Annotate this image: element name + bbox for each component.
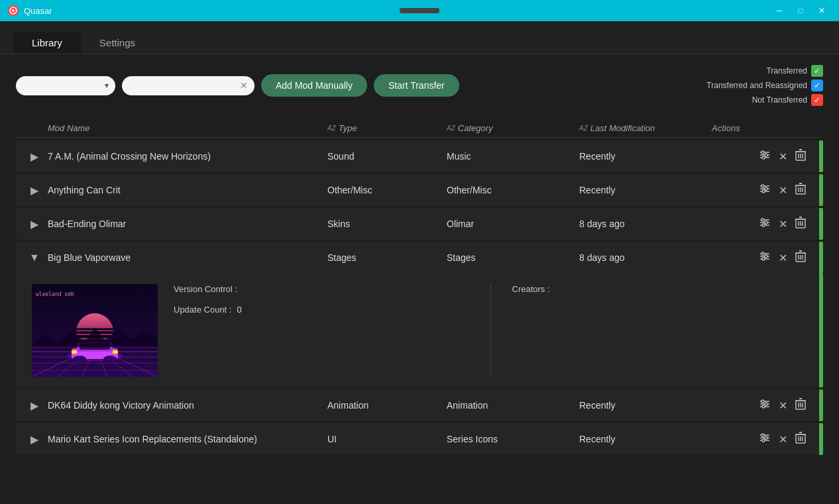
svg-point-71 xyxy=(73,356,86,362)
svg-point-42 xyxy=(765,255,767,258)
app-title: Quasar xyxy=(24,6,52,16)
settings-action-button[interactable] xyxy=(757,397,772,414)
maximize-button[interactable]: □ xyxy=(791,4,810,17)
row-expand-button[interactable]: ▶ xyxy=(21,150,48,163)
table-row: ▶ Anything Can Crit Other/Misc Other/Mis… xyxy=(16,174,823,206)
settings-action-button[interactable] xyxy=(757,148,772,165)
mod-thumbnail-image: wleeland smh xyxy=(32,284,158,377)
titlebar: Quasar ─ □ ✕ xyxy=(0,0,839,21)
legend-reassigned-check: ✓ xyxy=(811,79,823,91)
close-action-button[interactable]: ✕ xyxy=(777,250,789,266)
close-button[interactable]: ✕ xyxy=(812,4,831,17)
row-expand-button[interactable]: ▶ xyxy=(21,184,48,197)
row-expand-button[interactable]: ▶ xyxy=(21,399,48,412)
legend-not-transferred-label: Not Transferred xyxy=(752,95,807,105)
search-input[interactable] xyxy=(122,76,254,95)
delete-action-button[interactable] xyxy=(794,249,807,266)
row-category: Series Icons xyxy=(447,434,579,444)
delete-action-button[interactable] xyxy=(794,430,807,448)
svg-point-93 xyxy=(765,436,767,439)
legend-transferred-label: Transferred xyxy=(766,66,807,76)
close-action-button[interactable]: ✕ xyxy=(777,432,789,447)
legend-transferred-check: ✓ xyxy=(811,65,823,77)
settings-action-button[interactable] xyxy=(757,181,772,199)
svg-point-31 xyxy=(762,224,765,227)
delete-action-button[interactable] xyxy=(794,181,807,199)
svg-point-5 xyxy=(761,151,764,154)
table-header: Mod Name AZ Type AZ Category AZ Last Mod… xyxy=(16,119,823,138)
row-actions: ✕ xyxy=(712,148,818,165)
creators-label: Creators : xyxy=(512,284,808,294)
detail-divider xyxy=(490,284,491,377)
row-expand-button[interactable]: ▶ xyxy=(21,433,48,446)
row-actions: ✕ xyxy=(712,430,818,448)
table-row: ▶ Bad-Ending Olimar Skins Olimar 8 days … xyxy=(16,208,823,240)
transfer-legend: Transferred ✓ Transferred and Reassigned… xyxy=(706,65,823,106)
svg-point-30 xyxy=(765,221,767,224)
settings-action-button[interactable] xyxy=(757,215,772,232)
delete-action-button[interactable] xyxy=(794,215,807,232)
version-control-label: Version Control : xyxy=(174,284,469,294)
sliders-icon xyxy=(759,432,771,444)
svg-point-72 xyxy=(103,356,117,362)
svg-point-1 xyxy=(12,9,15,12)
row-category: Music xyxy=(447,151,579,162)
row-actions: ✕ xyxy=(712,181,818,199)
row-mod-name: Big Blue Vaporwave xyxy=(48,252,327,263)
tab-library[interactable]: Library xyxy=(13,32,81,54)
row-type: Stages xyxy=(327,252,447,263)
svg-point-29 xyxy=(761,219,764,221)
close-action-button[interactable]: ✕ xyxy=(777,183,789,198)
minimize-button[interactable]: ─ xyxy=(770,4,789,17)
filter-dropdown[interactable] xyxy=(16,76,115,95)
tabbar: Library Settings xyxy=(0,21,839,54)
col-header-actions: Actions xyxy=(712,123,818,133)
sliders-icon xyxy=(759,250,771,262)
row-mod-name: DK64 Diddy kong Victory Animation xyxy=(48,400,327,411)
close-action-button[interactable]: ✕ xyxy=(777,217,789,232)
svg-rect-74 xyxy=(113,350,118,354)
svg-point-19 xyxy=(762,190,765,193)
search-clear-button[interactable]: ✕ xyxy=(240,81,248,90)
delete-action-button[interactable] xyxy=(794,148,807,165)
row-last-mod: 8 days ago xyxy=(579,219,712,229)
close-action-button[interactable]: ✕ xyxy=(777,149,789,164)
version-control-section: Version Control : Update Count : 0 xyxy=(174,284,469,377)
row-expand-button[interactable]: ▼ xyxy=(21,252,48,264)
start-transfer-button[interactable]: Start Transfer xyxy=(374,74,459,97)
svg-point-7 xyxy=(762,156,765,159)
col-header-category[interactable]: AZ Category xyxy=(447,123,579,133)
tab-settings[interactable]: Settings xyxy=(81,32,154,54)
legend-not-transferred: Not Transferred ✓ xyxy=(752,94,823,106)
settings-action-button[interactable] xyxy=(757,249,772,266)
trash-icon xyxy=(795,149,806,161)
col-header-type[interactable]: AZ Type xyxy=(327,123,447,133)
titlebar-drag xyxy=(400,8,439,13)
col-header-lastmod[interactable]: AZ Last Modification xyxy=(579,123,712,133)
row-type: Sound xyxy=(327,151,447,162)
update-count-value: 0 xyxy=(237,305,241,315)
sliders-icon xyxy=(759,183,771,195)
delete-action-button[interactable] xyxy=(794,397,807,414)
sort-icon-category: AZ xyxy=(447,125,455,132)
settings-action-button[interactable] xyxy=(757,430,772,448)
sort-icon-type: AZ xyxy=(327,125,336,132)
search-wrapper: ✕ xyxy=(122,76,254,95)
svg-rect-73 xyxy=(72,350,77,354)
row-last-mod: Recently xyxy=(579,434,712,444)
row-category: Other/Misc xyxy=(447,185,579,195)
row-category: Olimar xyxy=(447,219,579,229)
row-mod-name: Anything Can Crit xyxy=(48,185,327,195)
row-expand-button[interactable]: ▶ xyxy=(21,218,48,230)
svg-point-17 xyxy=(761,185,764,187)
svg-point-6 xyxy=(765,154,767,156)
row-last-mod: Recently xyxy=(579,185,712,195)
legend-transferred-reassigned: Transferred and Reassigned ✓ xyxy=(706,79,823,91)
col-header-name[interactable]: Mod Name xyxy=(48,123,327,133)
trash-icon xyxy=(795,250,806,262)
expanded-detail-panel: wleeland smh Version Control : Update Co… xyxy=(16,274,823,387)
add-mod-button[interactable]: Add Mod Manually xyxy=(261,74,367,97)
row-last-mod: Recently xyxy=(579,151,712,162)
close-action-button[interactable]: ✕ xyxy=(777,398,789,413)
filter-dropdown-wrapper xyxy=(16,76,115,95)
